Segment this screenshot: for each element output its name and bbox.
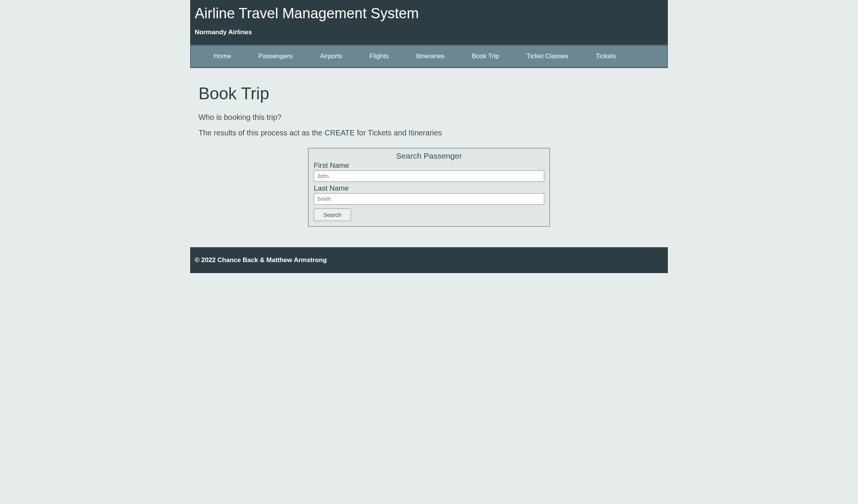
airline-name: Normandy Airlines — [195, 29, 663, 36]
search-box-title: Search Passenger — [314, 151, 544, 161]
page-title: Book Trip — [199, 84, 659, 103]
nav-tickets[interactable]: Tickets — [582, 46, 629, 67]
nav-passengers[interactable]: Passengers — [245, 46, 306, 67]
booking-question: Who is booking this trip? — [199, 113, 659, 122]
last-name-input[interactable] — [314, 193, 544, 205]
app-title: Airline Travel Management System — [195, 5, 663, 22]
footer-text: © 2022 Chance Back & Matthew Armstrong — [195, 256, 327, 264]
header: Airline Travel Management System Normand… — [190, 0, 668, 45]
search-button[interactable]: Search — [314, 208, 351, 221]
main-nav: Home Passengers Airports Flights Itinera… — [190, 45, 668, 68]
nav-itineraries[interactable]: Itineraries — [402, 46, 458, 67]
booking-description: The results of this process act as the C… — [199, 129, 659, 137]
last-name-label: Last Name — [314, 184, 544, 192]
first-name-input[interactable] — [314, 170, 544, 182]
nav-flights[interactable]: Flights — [356, 46, 402, 67]
search-passenger-box: Search Passenger First Name Last Name Se… — [308, 148, 550, 227]
nav-airports[interactable]: Airports — [306, 46, 356, 67]
nav-home[interactable]: Home — [200, 46, 245, 67]
first-name-label: First Name — [314, 161, 544, 170]
nav-ticket-classes[interactable]: Ticket Classes — [513, 46, 582, 67]
nav-book-trip[interactable]: Book Trip — [458, 46, 513, 67]
footer: © 2022 Chance Back & Matthew Armstrong — [190, 247, 668, 273]
main-content: Book Trip Who is booking this trip? The … — [190, 68, 668, 239]
